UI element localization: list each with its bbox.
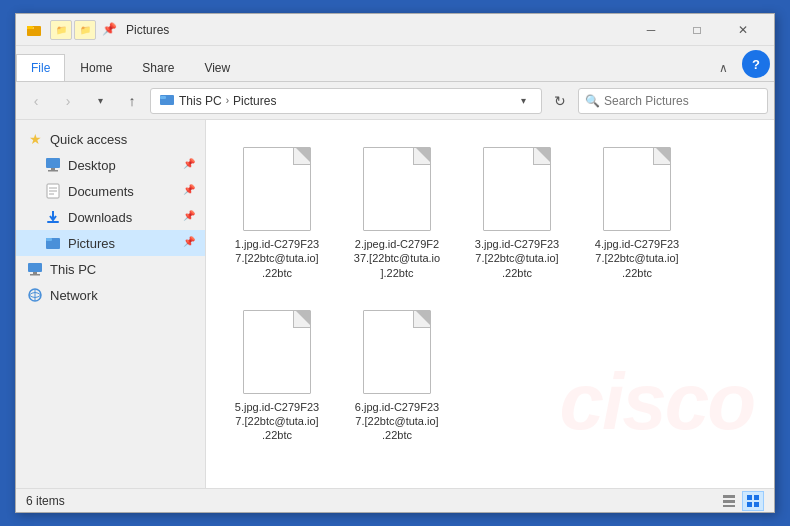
svg-rect-20 [723, 495, 735, 498]
file-name-5: 5.jpg.id-C279F237.[22btc@tuta.io].22btc [235, 400, 319, 443]
explorer-window: 📁 📁 📌 Pictures ─ □ ✕ File Home Share Vie… [15, 13, 775, 513]
tab1[interactable]: 📁 [50, 20, 72, 40]
title-bar: 📁 📁 📌 Pictures ─ □ ✕ [16, 14, 774, 46]
sidebar-label-network: Network [50, 288, 98, 303]
main-files-area: cisco 1.jpg.id-C279F237.[22btc@tuta.io].… [206, 120, 774, 488]
path-this-pc[interactable]: This PC [179, 94, 222, 108]
refresh-button[interactable]: ↻ [546, 87, 574, 115]
pin-icon-downloads: 📌 [183, 210, 197, 224]
svg-rect-25 [747, 502, 752, 507]
file-item-4[interactable]: 4.jpg.id-C279F237.[22btc@tuta.io].22btc [582, 136, 692, 289]
svg-rect-23 [747, 495, 752, 500]
computer-icon [26, 260, 44, 278]
svg-rect-2 [27, 26, 33, 29]
file-name-4: 4.jpg.id-C279F237.[22btc@tuta.io].22btc [595, 237, 679, 280]
sidebar-item-documents[interactable]: Documents 📌 [16, 178, 205, 204]
sidebar-label-this-pc: This PC [50, 262, 96, 277]
back-button[interactable]: ‹ [22, 87, 50, 115]
sidebar-item-downloads[interactable]: Downloads 📌 [16, 204, 205, 230]
svg-rect-15 [28, 263, 42, 272]
file-item-6[interactable]: 6.jpg.id-C279F237.[22btc@tuta.io].22btc [342, 299, 452, 452]
sidebar-item-quick-access[interactable]: ★ Quick access [16, 126, 205, 152]
downloads-icon [44, 208, 62, 226]
sidebar-label-documents: Documents [68, 184, 134, 199]
file-name-1: 1.jpg.id-C279F237.[22btc@tuta.io].22btc [235, 237, 319, 280]
sidebar-label-downloads: Downloads [68, 210, 132, 225]
tab-file[interactable]: File [16, 54, 65, 81]
sidebar: ★ Quick access Desktop 📌 [16, 120, 206, 488]
help-button[interactable]: ? [742, 50, 770, 78]
svg-rect-5 [46, 158, 60, 168]
svg-rect-17 [30, 274, 40, 276]
sidebar-item-this-pc[interactable]: This PC [16, 256, 205, 282]
tab2[interactable]: 📁 [74, 20, 96, 40]
file-item-2[interactable]: 2.jpeg.id-C279F237.[22btc@tuta.io].22btc [342, 136, 452, 289]
search-input[interactable] [604, 94, 761, 108]
svg-rect-21 [723, 500, 735, 503]
star-icon: ★ [26, 130, 44, 148]
address-bar: ‹ › ▾ ↑ This PC › Pictures ▾ ↻ 🔍 [16, 82, 774, 120]
tab-view[interactable]: View [189, 54, 245, 81]
path-icon [159, 91, 175, 110]
window-controls: ─ □ ✕ [628, 14, 766, 46]
svg-rect-26 [754, 502, 759, 507]
minimize-button[interactable]: ─ [628, 14, 674, 46]
sidebar-item-desktop[interactable]: Desktop 📌 [16, 152, 205, 178]
view-controls [718, 491, 764, 511]
documents-icon [44, 182, 62, 200]
search-box[interactable]: 🔍 [578, 88, 768, 114]
desktop-icon [44, 156, 62, 174]
svg-rect-16 [33, 272, 37, 274]
sidebar-item-network[interactable]: Network [16, 282, 205, 308]
ribbon-expand-icon[interactable]: ∧ [709, 55, 738, 81]
sidebar-label-pictures: Pictures [68, 236, 115, 251]
quick-access-tabs: 📁 📁 [50, 20, 96, 40]
close-button[interactable]: ✕ [720, 14, 766, 46]
grid-view-button[interactable] [742, 491, 764, 511]
file-name-2: 2.jpeg.id-C279F237.[22btc@tuta.io].22btc [354, 237, 440, 280]
path-dropdown-icon[interactable]: ▾ [513, 88, 533, 114]
file-icon-4 [601, 145, 673, 233]
list-view-button[interactable] [718, 491, 740, 511]
file-item-3[interactable]: 3.jpg.id-C279F237.[22btc@tuta.io].22btc [462, 136, 572, 289]
svg-rect-4 [160, 96, 166, 99]
file-item-1[interactable]: 1.jpg.id-C279F237.[22btc@tuta.io].22btc [222, 136, 332, 289]
svg-rect-22 [723, 505, 735, 507]
address-path[interactable]: This PC › Pictures ▾ [150, 88, 542, 114]
forward-button[interactable]: › [54, 87, 82, 115]
pictures-icon [44, 234, 62, 252]
file-icon-5 [241, 308, 313, 396]
file-item-5[interactable]: 5.jpg.id-C279F237.[22btc@tuta.io].22btc [222, 299, 332, 452]
sidebar-label-desktop: Desktop [68, 158, 116, 173]
status-bar: 6 items [16, 488, 774, 512]
pin-icon: 📌 [102, 22, 118, 38]
tab-share[interactable]: Share [127, 54, 189, 81]
path-pictures[interactable]: Pictures [233, 94, 276, 108]
pin-icon-pictures: 📌 [183, 236, 197, 250]
search-icon: 🔍 [585, 94, 600, 108]
file-icon-2 [361, 145, 433, 233]
path-sep1: › [226, 95, 229, 106]
sidebar-label-quick-access: Quick access [50, 132, 127, 147]
sidebar-item-pictures[interactable]: Pictures 📌 [16, 230, 205, 256]
svg-rect-14 [46, 238, 52, 241]
tab-home[interactable]: Home [65, 54, 127, 81]
content-area: ★ Quick access Desktop 📌 [16, 120, 774, 488]
item-count: 6 items [26, 494, 65, 508]
svg-rect-12 [47, 221, 59, 223]
files-grid: 1.jpg.id-C279F237.[22btc@tuta.io].22btc … [222, 136, 758, 452]
up-button[interactable]: ↑ [118, 87, 146, 115]
window-title: Pictures [126, 23, 628, 37]
ribbon: File Home Share View ∧ ? [16, 46, 774, 82]
svg-rect-6 [51, 168, 55, 170]
file-name-3: 3.jpg.id-C279F237.[22btc@tuta.io].22btc [475, 237, 559, 280]
file-name-6: 6.jpg.id-C279F237.[22btc@tuta.io].22btc [355, 400, 439, 443]
pin-icon-desktop: 📌 [183, 158, 197, 172]
svg-rect-7 [48, 170, 58, 172]
file-icon-1 [241, 145, 313, 233]
maximize-button[interactable]: □ [674, 14, 720, 46]
svg-rect-24 [754, 495, 759, 500]
file-icon-3 [481, 145, 553, 233]
window-icon [24, 20, 44, 40]
dropdown-button[interactable]: ▾ [86, 87, 114, 115]
